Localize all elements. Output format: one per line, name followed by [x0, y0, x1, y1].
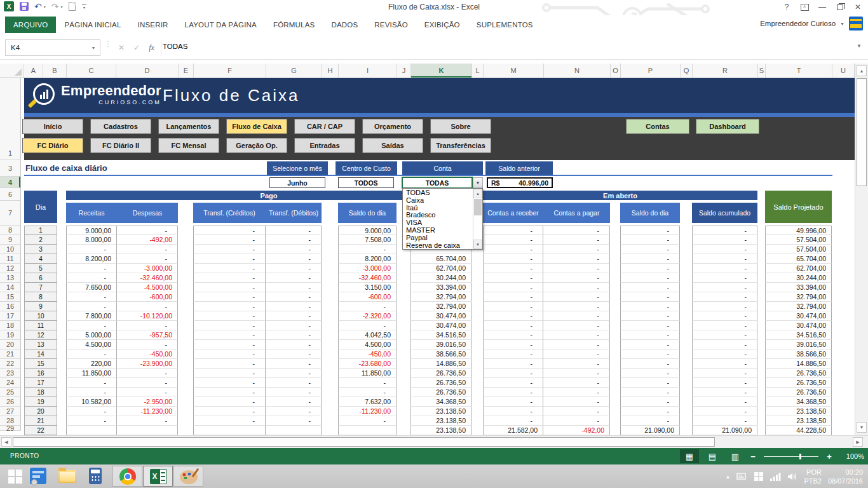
value-cell[interactable]: - [483, 235, 543, 245]
value-cell[interactable]: 8.200,00 [66, 254, 117, 264]
network-signal-icon[interactable] [770, 472, 781, 481]
value-cell[interactable]: 39.016,50 [765, 340, 832, 349]
nav-contas[interactable]: Contas [626, 119, 689, 134]
month-filter-value[interactable]: Junho [269, 177, 325, 188]
horizontal-scrollbar[interactable]: ◀ ▶ [0, 435, 868, 448]
value-cell[interactable]: - [266, 340, 322, 349]
value-cell[interactable]: - [193, 245, 266, 254]
day-cell[interactable]: 12 [24, 330, 57, 340]
value-cell[interactable]: - [66, 292, 117, 302]
day-cell[interactable]: 19 [24, 397, 57, 407]
value-cell[interactable]: -32.460,00 [338, 273, 397, 283]
day-cell[interactable]: 7 [24, 283, 57, 292]
value-cell[interactable]: 220,00 [66, 359, 117, 369]
value-cell[interactable]: - [193, 254, 266, 264]
value-cell[interactable]: - [483, 397, 543, 407]
value-cell[interactable]: - [193, 388, 266, 397]
value-cell[interactable]: - [620, 330, 680, 340]
value-cell[interactable]: - [620, 283, 680, 292]
row-header-7[interactable]: 7 [0, 201, 21, 226]
value-cell[interactable]: 9.000,00 [338, 226, 397, 235]
value-cell[interactable]: - [620, 254, 680, 264]
value-cell[interactable]: - [193, 226, 266, 235]
value-cell[interactable]: - [543, 273, 610, 283]
cost-center-filter-value[interactable]: TODOS [338, 177, 394, 188]
column-header-N[interactable]: N [544, 64, 611, 78]
ribbon-tab-dados[interactable]: DADOS [323, 17, 366, 33]
value-cell[interactable]: 49.996,00 [765, 226, 832, 235]
value-cell[interactable]: 34.368,50 [410, 397, 471, 407]
value-cell[interactable]: - [620, 359, 680, 369]
value-cell[interactable]: - [543, 321, 610, 330]
value-cell[interactable]: - [483, 407, 543, 416]
day-cell[interactable]: 2 [24, 235, 57, 245]
value-cell[interactable]: 26.736,50 [410, 388, 471, 397]
value-cell[interactable]: - [193, 321, 266, 330]
value-cell[interactable]: - [266, 321, 322, 330]
value-cell[interactable]: -4.500,00 [117, 283, 178, 292]
account-filter-value[interactable]: TODAS [402, 177, 472, 188]
value-cell[interactable]: - [117, 254, 178, 264]
row-header-10[interactable]: 10 [0, 245, 21, 254]
dropdown-item-paypal[interactable]: Paypal [403, 234, 473, 242]
value-cell[interactable]: - [543, 388, 610, 397]
value-cell[interactable]: - [266, 388, 322, 397]
nav-geracao-op[interactable]: Geração Op. [226, 138, 287, 153]
value-cell[interactable]: 33.394,00 [765, 283, 832, 292]
value-cell[interactable]: - [692, 397, 757, 407]
row-header-4[interactable]: 4 [0, 177, 21, 188]
ribbon-tab-pagina-inicial[interactable]: PÁGINA INICIAL [56, 17, 129, 33]
value-cell[interactable]: - [338, 416, 397, 426]
value-cell[interactable]: - [620, 369, 680, 378]
value-cell[interactable]: 32.794,00 [765, 292, 832, 302]
value-cell[interactable]: - [266, 397, 322, 407]
row-header-24[interactable]: 24 [0, 378, 21, 388]
scroll-left-icon[interactable]: ◀ [1, 437, 11, 447]
ribbon-tab-arquivo[interactable]: ARQUIVO [5, 17, 56, 33]
dropdown-scroll-up-icon[interactable]: ▲ [473, 189, 482, 198]
value-cell[interactable]: 4.500,00 [66, 340, 117, 349]
day-cell[interactable]: 17 [24, 378, 57, 388]
row-header-25[interactable]: 25 [0, 388, 21, 397]
column-header-O[interactable]: O [611, 64, 621, 78]
dropdown-scroll-down-icon[interactable]: ▼ [473, 240, 482, 249]
ribbon-display-options-icon[interactable]: ˄ [796, 0, 813, 14]
value-cell[interactable]: - [543, 264, 610, 273]
column-header-M[interactable]: M [484, 64, 544, 78]
value-cell[interactable]: - [66, 264, 117, 273]
nav-sobre[interactable]: Sobre [430, 119, 491, 134]
nav-saidas[interactable]: Saídas [362, 138, 423, 153]
value-cell[interactable]: - [66, 378, 117, 388]
value-cell[interactable]: - [483, 254, 543, 264]
value-cell[interactable]: - [620, 235, 680, 245]
value-cell[interactable]: - [620, 264, 680, 273]
restore-icon[interactable] [831, 0, 849, 14]
value-cell[interactable]: 32.794,00 [410, 302, 471, 311]
value-cell[interactable]: - [266, 235, 322, 245]
value-cell[interactable]: - [483, 340, 543, 349]
name-box[interactable]: K4 ▼ [5, 39, 100, 56]
value-cell[interactable]: - [338, 321, 397, 330]
column-header-P[interactable]: P [621, 64, 681, 78]
value-cell[interactable]: - [193, 330, 266, 340]
ribbon-tab-layout-da-pagina[interactable]: LAYOUT DA PÁGINA [177, 17, 265, 33]
value-cell[interactable]: - [266, 330, 322, 340]
value-cell[interactable]: - [692, 273, 757, 283]
account-area[interactable]: Empreendedor Curioso ▼ [760, 17, 863, 30]
value-cell[interactable]: - [338, 378, 397, 388]
row-header-17[interactable]: 17 [0, 311, 21, 321]
ribbon-tab-formulas[interactable]: FÓRMULAS [265, 17, 323, 33]
row-header-11[interactable]: 11 [0, 254, 21, 264]
value-cell[interactable]: - [620, 349, 680, 359]
row-header-15[interactable]: 15 [0, 292, 21, 302]
value-cell[interactable]: - [620, 273, 680, 283]
value-cell[interactable]: - [692, 283, 757, 292]
value-cell[interactable]: - [543, 407, 610, 416]
value-cell[interactable]: - [483, 283, 543, 292]
scroll-down-icon[interactable]: ▼ [857, 422, 867, 433]
value-cell[interactable]: - [266, 416, 322, 426]
value-cell[interactable]: - [266, 226, 322, 235]
day-cell[interactable]: 15 [24, 359, 57, 369]
value-cell[interactable]: 30.474,00 [410, 311, 471, 321]
value-cell[interactable]: - [692, 254, 757, 264]
